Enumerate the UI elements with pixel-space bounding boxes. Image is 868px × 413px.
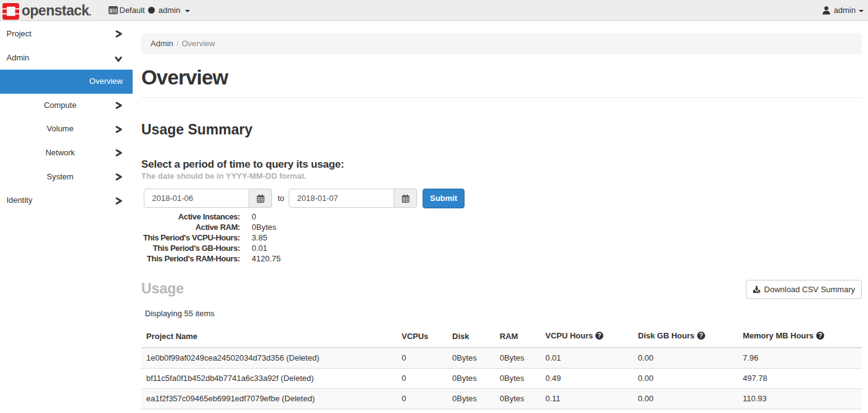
svg-text:?: ? [699, 332, 703, 338]
svg-text:?: ? [818, 332, 822, 338]
svg-text:?: ? [598, 332, 601, 338]
